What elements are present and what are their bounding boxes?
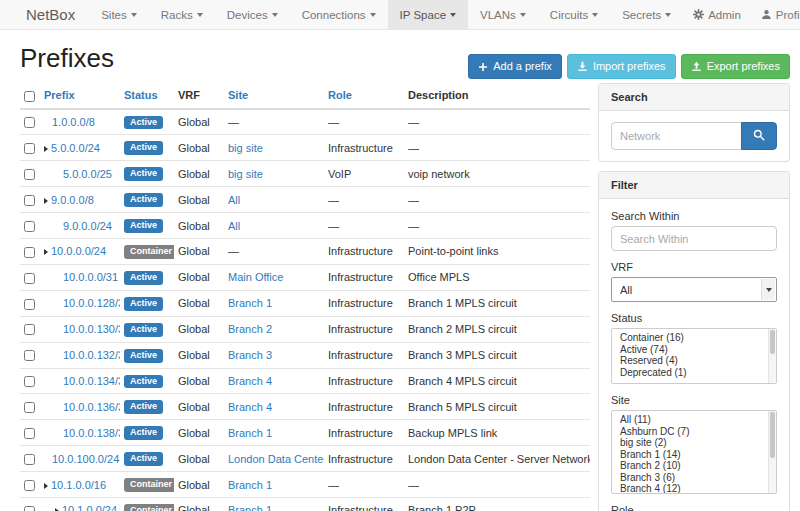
nav-items: SitesRacksDevicesConnectionsIP SpaceVLAN… (89, 0, 683, 29)
nav-item-admin[interactable]: Admin (683, 0, 751, 29)
column-header-prefix[interactable]: Prefix (40, 83, 120, 109)
select-all-checkbox[interactable] (24, 91, 35, 102)
row-checkbox[interactable] (24, 480, 35, 491)
prefix-link[interactable]: 9.0.0.0/8 (51, 194, 94, 206)
prefix-link[interactable]: 10.0.0.134/31 (63, 375, 120, 387)
row-checkbox[interactable] (24, 117, 35, 128)
scrollbar-thumb[interactable] (770, 330, 775, 354)
scrollbar-thumb[interactable] (770, 412, 775, 458)
listbox-option[interactable]: Branch 4 (12) (612, 483, 776, 494)
site-link[interactable]: Branch 4 (228, 375, 272, 387)
prefix-link[interactable]: 10.0.100.0/24 (52, 453, 119, 465)
site-link[interactable]: big site (228, 168, 263, 180)
site-cell: Branch 1 (224, 497, 324, 511)
prefix-link[interactable]: 10.0.0.136/31 (63, 401, 120, 413)
site-link[interactable]: All (228, 220, 240, 232)
search-input[interactable] (611, 122, 742, 150)
description-cell: — (404, 213, 590, 239)
listbox-option[interactable]: Reserved (4) (612, 355, 776, 367)
vrf-select[interactable]: All (611, 277, 777, 302)
table-row: 5.0.0.0/24ActiveGlobalbig siteInfrastruc… (20, 135, 590, 161)
row-checkbox[interactable] (24, 143, 35, 154)
expand-arrow-icon[interactable] (44, 146, 48, 152)
nav-item-vlans[interactable]: VLANs (468, 0, 538, 29)
listbox-option[interactable]: big site (2) (612, 437, 776, 449)
row-checkbox[interactable] (24, 221, 35, 232)
row-checkbox[interactable] (24, 506, 35, 511)
nav-item-racks[interactable]: Racks (149, 0, 215, 29)
row-checkbox[interactable] (24, 428, 35, 439)
prefix-link[interactable]: 1.0.0.0/8 (52, 116, 95, 128)
site-link[interactable]: Main Office (228, 271, 283, 283)
prefix-link[interactable]: 5.0.0.0/25 (63, 168, 112, 180)
nav-item-profile[interactable]: Profile (751, 0, 800, 29)
row-checkbox[interactable] (24, 324, 35, 335)
nav-item-connections[interactable]: Connections (290, 0, 388, 29)
listbox-option[interactable]: Branch 3 (6) (612, 472, 776, 484)
nav-item-ip-space[interactable]: IP Space (388, 0, 468, 29)
column-header-status[interactable]: Status (120, 83, 174, 109)
prefix-link[interactable]: 10.0.0.0/24 (51, 245, 106, 257)
row-select-cell (20, 290, 40, 316)
site-link[interactable]: Branch 4 (228, 401, 272, 413)
site-link[interactable]: Branch 1 (228, 504, 272, 511)
status-cell: Container (120, 472, 174, 498)
expand-arrow-icon[interactable] (44, 249, 48, 255)
row-checkbox[interactable] (24, 169, 35, 180)
prefix-link[interactable]: 10.0.0.0/31 (63, 271, 118, 283)
site-link[interactable]: Branch 2 (228, 323, 272, 335)
prefix-link[interactable]: 10.0.0.130/31 (63, 323, 120, 335)
site-link[interactable]: Branch 1 (228, 427, 272, 439)
add-a-prefix-button[interactable]: Add a prefix (468, 54, 562, 79)
indent-spacer (44, 280, 55, 281)
status-listbox[interactable]: Container (16)Active (74)Reserved (4)Dep… (611, 328, 777, 384)
nav-item-sites[interactable]: Sites (89, 0, 149, 29)
row-checkbox[interactable] (24, 273, 35, 284)
search-button[interactable] (741, 122, 777, 150)
nav-item-secrets[interactable]: Secrets (610, 0, 683, 29)
site-link[interactable]: All (228, 194, 240, 206)
row-checkbox[interactable] (24, 299, 35, 310)
column-header-role[interactable]: Role (324, 83, 404, 109)
site-link[interactable]: Branch 1 (228, 297, 272, 309)
scrollbar[interactable] (768, 411, 776, 493)
site-link[interactable]: London Data Center (228, 453, 324, 465)
export-prefixes-button[interactable]: Export prefixes (681, 54, 790, 79)
row-checkbox[interactable] (24, 454, 35, 465)
prefix-link[interactable]: 10.0.0.128/31 (63, 297, 120, 309)
vrf-cell: Global (174, 368, 224, 394)
search-within-input[interactable] (611, 226, 777, 251)
site-link[interactable]: Branch 3 (228, 349, 272, 361)
listbox-option[interactable]: All (11) (612, 414, 776, 426)
listbox-option[interactable]: Ashburn DC (7) (612, 426, 776, 438)
site-link[interactable]: big site (228, 142, 263, 154)
prefix-link[interactable]: 10.0.0.132/31 (63, 349, 120, 361)
site-listbox[interactable]: All (11)Ashburn DC (7)big site (2)Branch… (611, 410, 777, 494)
listbox-option[interactable]: Container (16) (612, 332, 776, 344)
row-checkbox[interactable] (24, 195, 35, 206)
prefix-link[interactable]: 5.0.0.0/24 (51, 142, 100, 154)
column-header-label: Role (328, 89, 352, 101)
status-cell: Active (120, 290, 174, 316)
scrollbar[interactable] (768, 329, 776, 383)
listbox-option[interactable]: Active (74) (612, 344, 776, 356)
row-checkbox[interactable] (24, 247, 35, 258)
column-header-site[interactable]: Site (224, 83, 324, 109)
row-checkbox[interactable] (24, 376, 35, 387)
prefix-link[interactable]: 10.1.0.0/24 (62, 504, 117, 511)
listbox-option[interactable]: Branch 2 (10) (612, 460, 776, 472)
nav-item-devices[interactable]: Devices (215, 0, 290, 29)
listbox-option[interactable]: Deprecated (1) (612, 367, 776, 379)
row-checkbox[interactable] (24, 350, 35, 361)
site-link[interactable]: Branch 1 (228, 479, 272, 491)
expand-arrow-icon[interactable] (44, 483, 48, 489)
import-prefixes-button[interactable]: Import prefixes (567, 54, 676, 79)
expand-arrow-icon[interactable] (44, 198, 48, 204)
brand[interactable]: NetBox (12, 0, 89, 29)
nav-item-circuits[interactable]: Circuits (538, 0, 610, 29)
prefix-link[interactable]: 10.1.0.0/16 (51, 479, 106, 491)
prefix-link[interactable]: 10.0.0.138/31 (63, 427, 120, 439)
row-checkbox[interactable] (24, 402, 35, 413)
listbox-option[interactable]: Branch 1 (14) (612, 449, 776, 461)
prefix-link[interactable]: 9.0.0.0/24 (63, 220, 112, 232)
